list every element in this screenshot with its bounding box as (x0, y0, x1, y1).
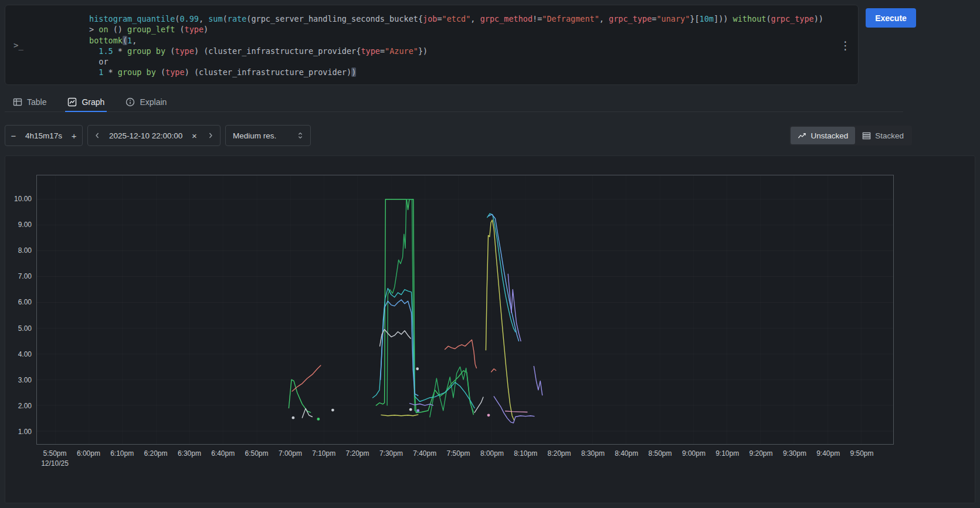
y-tick-label: 3.00 (18, 376, 32, 384)
close-icon: × (192, 131, 197, 141)
x-tick-label: 8:50pm (648, 449, 672, 458)
unstacked-label: Unstacked (811, 131, 848, 140)
resolution-select[interactable]: Medium res. (225, 125, 311, 146)
time-selector: 2025-12-10 22:00:00 × (87, 125, 221, 146)
x-tick-label: 6:50pm (245, 449, 268, 458)
x-tick-label: 8:10pm (514, 449, 537, 458)
y-tick-label: 5.00 (18, 324, 32, 333)
time-value[interactable]: 2025-12-10 22:00:00 (106, 131, 186, 140)
execute-button[interactable]: Execute (866, 8, 916, 28)
terminal-prompt-icon: >_ (13, 40, 23, 50)
range-selector: − 4h15m17s + (5, 125, 83, 146)
y-tick-label: 7.00 (18, 272, 32, 280)
plot-svg (37, 175, 893, 444)
x-tick-label: 6:00pm (77, 449, 100, 458)
chevrons-up-down-icon (296, 131, 304, 140)
y-tick-label: 2.00 (18, 402, 32, 410)
query-editor[interactable]: >_ histogram_quantile(0.99, sum(rate(grp… (5, 5, 859, 85)
stacked-button[interactable]: Stacked (855, 127, 911, 144)
x-tick-label: 9:40pm (816, 449, 840, 458)
x-tick-label: 8:20pm (547, 449, 571, 458)
time-prev-button[interactable] (89, 126, 106, 145)
range-value[interactable]: 4h15m17s (22, 131, 66, 140)
chart-square-icon (67, 97, 77, 107)
editor-menu-button[interactable]: ⋮ (840, 39, 851, 50)
chevron-right-icon (206, 131, 215, 140)
resolution-value: Medium res. (233, 131, 296, 140)
x-axis: 12/10/25 5:50pm6:00pm6:10pm6:20pm6:30pm6… (36, 449, 894, 473)
x-tick-label: 7:30pm (379, 449, 403, 458)
trending-line-chart-icon (798, 131, 806, 140)
chevron-left-icon (93, 131, 101, 140)
x-tick-label: 6:40pm (211, 449, 235, 458)
range-decrease-button[interactable]: − (5, 126, 22, 145)
unstacked-button[interactable]: Unstacked (791, 127, 855, 144)
x-tick-label: 7:00pm (279, 449, 302, 458)
x-tick-label: 7:20pm (345, 449, 369, 458)
graph-panel: 1.002.003.004.005.006.007.008.009.0010.0… (5, 155, 975, 503)
x-tick-label: 6:10pm (110, 449, 134, 458)
tab-label: Graph (82, 97, 104, 107)
plus-icon: + (72, 131, 77, 141)
x-tick-label: 8:30pm (581, 449, 605, 458)
table-grid-icon (13, 97, 22, 107)
y-axis: 1.002.003.004.005.006.007.008.009.0010.0… (5, 175, 32, 445)
kebab-menu-icon: ⋮ (840, 39, 851, 51)
minus-icon: − (11, 131, 16, 141)
x-tick-label: 7:50pm (446, 449, 470, 458)
tab-explain[interactable]: Explain (123, 92, 169, 112)
x-tick-label: 9:30pm (783, 449, 806, 458)
x-tick-label: 5:50pm (43, 449, 66, 458)
time-clear-button[interactable]: × (186, 126, 202, 145)
x-axis-date-label: 12/10/25 (41, 459, 69, 468)
y-tick-label: 8.00 (18, 246, 32, 255)
x-tick-label: 8:00pm (480, 449, 504, 458)
y-tick-label: 9.00 (18, 221, 32, 229)
y-tick-label: 10.00 (14, 195, 32, 203)
tab-label: Table (27, 97, 46, 107)
stacking-toggle: Unstacked Stacked (789, 126, 912, 145)
stacked-bars-icon (862, 131, 871, 140)
x-tick-label: 6:30pm (178, 449, 201, 458)
y-tick-label: 1.00 (18, 428, 32, 436)
promql-query[interactable]: histogram_quantile(0.99, sum(rate(grpc_s… (89, 5, 858, 85)
x-tick-label: 7:40pm (413, 449, 436, 458)
tab-table[interactable]: Table (11, 92, 49, 112)
x-tick-label: 9:10pm (715, 449, 739, 458)
x-tick-label: 8:40pm (615, 449, 638, 458)
x-tick-label: 6:20pm (144, 449, 167, 458)
plot-area[interactable] (36, 175, 894, 445)
range-increase-button[interactable]: + (66, 126, 82, 145)
panel-tabs: Table Graph Explain (5, 92, 903, 112)
x-tick-label: 9:50pm (850, 449, 873, 458)
x-tick-label: 9:20pm (749, 449, 772, 458)
y-tick-label: 6.00 (18, 298, 32, 306)
tab-label: Explain (140, 97, 167, 107)
info-circle-icon (126, 97, 135, 107)
stacked-label: Stacked (875, 131, 904, 140)
tab-graph[interactable]: Graph (65, 92, 107, 112)
time-next-button[interactable] (202, 126, 219, 145)
x-tick-label: 7:10pm (312, 449, 335, 458)
y-tick-label: 4.00 (18, 350, 32, 358)
x-tick-label: 9:00pm (682, 449, 706, 458)
